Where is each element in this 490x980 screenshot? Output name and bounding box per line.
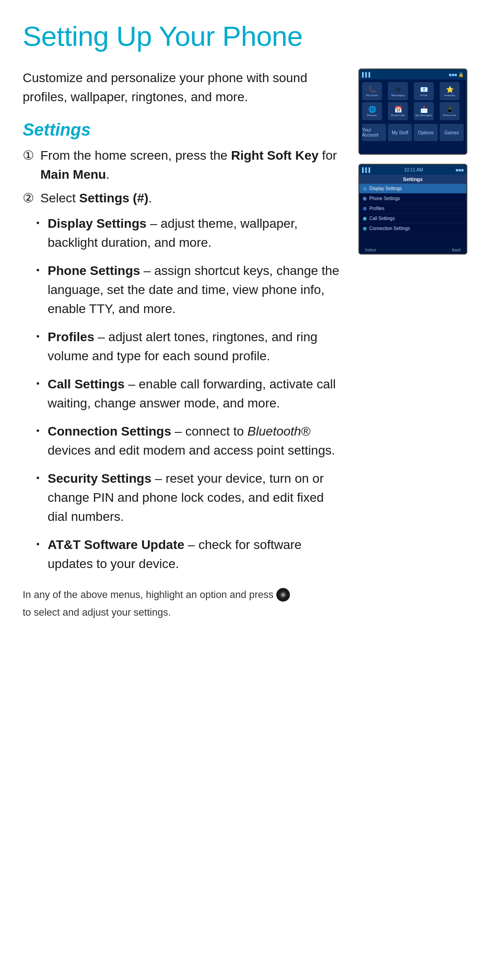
screen1-signal: ▌▌▌	[362, 72, 372, 77]
select-button-icon	[276, 588, 290, 602]
menu-dot-phone	[363, 197, 367, 201]
app-icon-symbol-2: ✉	[395, 86, 401, 93]
bullet-att-update: • AT&T Software Update – check for softw…	[36, 535, 345, 573]
app-icon-7: 📩 My Messages	[414, 102, 434, 120]
menu-item-call: Call Settings	[359, 214, 466, 224]
footer-before: In any of the above menus, highlight an …	[23, 587, 274, 602]
step-1-number: ①	[23, 146, 34, 184]
app-icon-5: 🌐 Browser	[362, 102, 382, 120]
app-icon-symbol-5: 🌐	[368, 106, 376, 113]
menu-item-connection: Connection Settings	[359, 224, 466, 234]
menu-dot-connection	[363, 227, 367, 230]
menu-label-call: Call Settings	[369, 216, 395, 221]
bullet-dot-1: •	[36, 216, 39, 252]
bullet-content-6: Security Settings – reset your device, t…	[48, 469, 345, 526]
screen1-top-bar: ▌▌▌ ■■■ 🔒	[359, 69, 466, 79]
app-icon-wide-1: Your Account	[362, 124, 386, 141]
screen1-bottom-row: Your Account My Stuff Options Games	[359, 123, 466, 142]
page-title: Setting Up Your Phone	[23, 20, 467, 52]
bullet-content-5: Connection Settings – connect to Bluetoo…	[48, 422, 345, 460]
app-icon-wide-4: Games	[440, 124, 464, 141]
bullet-dot-3: •	[36, 329, 39, 366]
app-icon-4: ⭐ Features	[440, 82, 460, 100]
app-icon-label-2: Messaging	[391, 94, 404, 97]
screen2-bottom-bar: Select Back	[359, 246, 466, 254]
screen2-signal: ▌▌▌	[362, 167, 372, 172]
bullet-dot-4: •	[36, 377, 39, 413]
bullet-profiles: • Profiles – adjust alert tones, rington…	[36, 328, 345, 366]
intro-text: Customize and personalize your phone wit…	[23, 69, 345, 107]
app-icon-6: 📅 Rcntd Calls	[388, 102, 408, 120]
bullet-connection-settings: • Connection Settings – connect to Bluet…	[36, 422, 345, 460]
bullet-phone-settings: • Phone Settings – assign shortcut keys,…	[36, 261, 345, 318]
menu-dot-display	[363, 187, 367, 191]
footer-note: In any of the above menus, highlight an …	[23, 587, 345, 620]
screen2-battery: ■■■	[456, 167, 464, 172]
screen2-title-bar: Settings	[359, 175, 466, 184]
app-icon-8: 📱 Phone Info	[440, 102, 460, 120]
section-heading: Settings	[23, 120, 345, 140]
app-grid: 📞 My Faves ✉ Messaging 📧 Email ⭐ Feature…	[359, 79, 466, 123]
steps-list: ① From the home screen, press the Right …	[23, 146, 345, 208]
menu-dot-profiles	[363, 207, 367, 211]
app-icon-symbol-7: 📩	[420, 106, 428, 113]
menu-label-connection: Connection Settings	[369, 226, 410, 231]
bullet-content-4: Call Settings – enable call forwarding, …	[48, 375, 345, 413]
menu-label-display: Display Settings	[369, 186, 402, 191]
menu-item-display: Display Settings	[359, 184, 466, 194]
bullet-call-settings: • Call Settings – enable call forwarding…	[36, 375, 345, 413]
screen2-time: 10:11 AM	[404, 167, 423, 172]
app-icon-label-4: Features	[444, 94, 455, 97]
app-icon-label-8: Phone Info	[443, 114, 456, 117]
app-icon-symbol-6: 📅	[394, 106, 402, 113]
bullet-content-2: Phone Settings – assign shortcut keys, c…	[48, 261, 345, 318]
menu-dot-call	[363, 217, 367, 220]
menu-item-phone: Phone Settings	[359, 194, 466, 204]
app-icon-label-5: Browser	[367, 114, 377, 117]
app-icon-symbol-4: ⭐	[446, 86, 454, 93]
screen1-battery: ■■■ 🔒	[449, 72, 464, 77]
phone-screenshot-1: ▌▌▌ ■■■ 🔒 📞 My Faves ✉ Messaging 📧 Email…	[358, 69, 467, 155]
app-icon-label-6: Rcntd Calls	[391, 114, 405, 117]
footer-after: to select and adjust your settings.	[23, 605, 171, 620]
app-icon-wide-2: My Stuff	[388, 124, 412, 141]
menu-label-phone: Phone Settings	[369, 196, 400, 201]
phone-screenshot-2: ▌▌▌ 10:11 AM ■■■ Settings Display Settin…	[358, 164, 467, 255]
bullet-dot-7: •	[36, 537, 39, 573]
bullet-content-7: AT&T Software Update – check for softwar…	[48, 535, 345, 573]
app-icon-symbol-1: 📞	[368, 86, 376, 93]
step-2-content: Select Settings (#).	[40, 189, 152, 208]
app-icon-2: ✉ Messaging	[388, 82, 408, 100]
screen2-select-label: Select	[365, 248, 376, 252]
app-icon-label-1: My Faves	[366, 94, 378, 97]
step-1-content: From the home screen, press the Right So…	[40, 146, 345, 184]
screenshot-container: ▌▌▌ ■■■ 🔒 📞 My Faves ✉ Messaging 📧 Email…	[358, 69, 467, 620]
menu-item-profiles: Profiles	[359, 204, 466, 214]
svg-point-2	[282, 593, 284, 596]
menu-label-profiles: Profiles	[369, 206, 384, 211]
step-2-number: ②	[23, 189, 34, 208]
app-icon-label-7: My Messages	[415, 114, 432, 117]
bullet-display-settings: • Display Settings – adjust theme, wallp…	[36, 214, 345, 252]
screen2-top-bar: ▌▌▌ 10:11 AM ■■■	[359, 165, 466, 175]
step-1: ① From the home screen, press the Right …	[23, 146, 345, 184]
bullet-dot-5: •	[36, 424, 39, 460]
bullet-dot-6: •	[36, 471, 39, 526]
bullet-security-settings: • Security Settings – reset your device,…	[36, 469, 345, 526]
bullet-dot-2: •	[36, 263, 39, 318]
app-icon-1: 📞 My Faves	[362, 82, 382, 100]
bullet-content-1: Display Settings – adjust theme, wallpap…	[48, 214, 345, 252]
bullet-list: • Display Settings – adjust theme, wallp…	[36, 214, 345, 573]
app-icon-label-3: Email	[420, 94, 427, 97]
app-icon-symbol-8: 📱	[446, 106, 454, 113]
bullet-content-3: Profiles – adjust alert tones, ringtones…	[48, 328, 345, 366]
screen2-back-label: Back	[452, 248, 461, 252]
app-icon-wide-3: Options	[414, 124, 438, 141]
step-2: ② Select Settings (#).	[23, 189, 345, 208]
app-icon-symbol-3: 📧	[420, 86, 428, 93]
app-icon-3: 📧 Email	[414, 82, 434, 100]
